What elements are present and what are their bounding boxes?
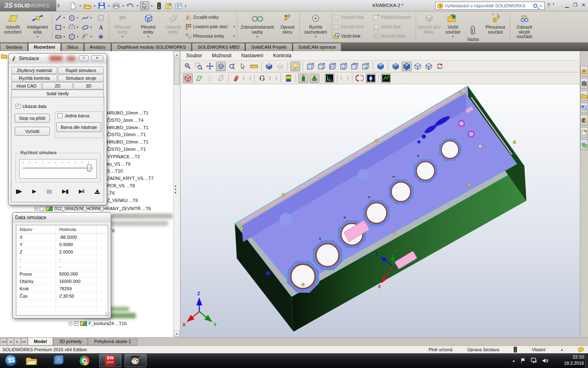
display-relations-button[interactable]: Zobrazit/odstranit vazby▾ — [238, 12, 276, 42]
minimize-button[interactable]: ▁ — [565, 2, 569, 8]
fillet-tool[interactable]: ▾ — [80, 32, 94, 41]
tree-item-label[interactable]: ČISTO_3mm ...T4 — [107, 118, 143, 123]
stop-na-pristi-button[interactable]: Stop na přiští — [15, 114, 50, 123]
command-tab[interactable]: SolidCAM operace — [293, 43, 342, 51]
command-tab[interactable]: Sestava — [0, 43, 28, 51]
bottom-tab[interactable]: Pohybová studie 1 — [88, 338, 137, 346]
tree-item-row[interactable]: + HRUBO_10mm ...T1 — [107, 110, 148, 116]
view-orientation-top-icon[interactable] — [350, 62, 359, 71]
tree-checkbox[interactable] — [74, 321, 78, 326]
tree-item-label[interactable]: 012_SRAZENI_HORNI_HRANY_ZEVNITŘ ...T6 — [54, 206, 151, 211]
save-button[interactable] — [97, 1, 106, 10]
scroll-up-icon[interactable]: ▲ — [174, 52, 180, 58]
traffic-light-icon[interactable] — [154, 1, 163, 10]
tree-item-label[interactable]: F_kontura24 ...T10 — [89, 321, 127, 326]
tree-item-row[interactable]: + S ...T10 — [107, 168, 123, 174]
config-expand-icon[interactable]: ▲ — [560, 348, 564, 352]
slot-tool[interactable]: ▾ — [53, 32, 67, 41]
show-data-checkbox-box[interactable] — [16, 104, 20, 109]
sim-show-tool-icon[interactable] — [231, 74, 241, 83]
zoom-area-icon[interactable] — [194, 62, 204, 71]
tree-item-label[interactable]: ZADNI_KRYT_VS ...T7 — [107, 176, 154, 181]
tree-item-label[interactable]: VYPINACE ...T2 — [107, 154, 140, 159]
command-tab[interactable]: SolidCAM Projekt — [245, 43, 292, 51]
simulace-dialog-titlebar[interactable]: Simulace ? ✕ — [9, 54, 107, 63]
insert-component-button[interactable]: Vložit součást▾ — [442, 12, 464, 42]
tree-item-row[interactable]: + Z_VENKU ...T6 — [107, 197, 138, 204]
pan-icon[interactable] — [205, 62, 215, 71]
measure-icon[interactable] — [249, 62, 259, 71]
circle-tool[interactable]: ▾ — [67, 13, 80, 22]
view-orientation-right-icon[interactable] — [339, 62, 348, 71]
properties-button[interactable] — [164, 1, 173, 10]
mirror-entities-button[interactable]: Zrcadlit entity — [185, 13, 236, 21]
tree-item-label[interactable]: Z_VENKU ...T6 — [107, 198, 138, 203]
open-button[interactable] — [83, 1, 92, 10]
tab-3d[interactable]: 3D — [74, 82, 104, 90]
tab-simulace-stroje[interactable]: Simulace stroje — [58, 74, 104, 82]
sim-fixture-icon[interactable] — [216, 74, 226, 83]
file-explorer-icon[interactable] — [580, 90, 588, 101]
tree-scrollbar[interactable]: ▲ ◂◂◂ ▼ — [173, 51, 180, 337]
turbo-mode-icon[interactable] — [366, 74, 376, 83]
display-style-shaded-edges-icon[interactable] — [402, 62, 412, 71]
trim-entities-button[interactable]: Oříznout entity▾ — [110, 12, 135, 42]
scroll-down-icon[interactable]: ▼ — [174, 331, 180, 337]
close-button[interactable]: ✕ — [581, 2, 586, 8]
command-tab[interactable]: Skica — [61, 43, 84, 51]
tree-checkbox[interactable] — [40, 206, 44, 211]
tree-item-row[interactable]: + ..T6 — [107, 190, 115, 196]
tree-item-row[interactable]: + PCB_VS ...T8 — [107, 182, 135, 189]
move-entities-button[interactable]: Přesunout entity▾ — [185, 32, 236, 40]
options-button[interactable] — [174, 1, 183, 10]
jedna-barva-checkbox-box[interactable] — [58, 113, 62, 118]
stop-eject-button[interactable]: ▲ — [95, 188, 100, 194]
action-center-flag-icon[interactable] — [520, 358, 526, 364]
configuration-name[interactable]: Vlastní — [532, 347, 546, 352]
command-tab[interactable]: Rozvržení — [28, 43, 61, 51]
tree-item-label[interactable]: PCB_VS ...T8 — [107, 183, 135, 188]
menu-item[interactable]: Soubor — [186, 53, 202, 58]
text-tool[interactable]: A — [94, 22, 107, 32]
panel-splitter-arrows-icon[interactable]: ◂◂◂ — [174, 184, 176, 194]
help-caret-icon[interactable]: ▾ — [552, 2, 555, 8]
move-component-button[interactable]: Přesunout součást — [482, 12, 509, 42]
section-view-icon[interactable] — [264, 62, 274, 71]
media-player-taskbar-icon[interactable] — [52, 355, 65, 366]
tray-expand-icon[interactable]: ▲ — [512, 359, 515, 363]
display-style-wireframe-icon[interactable] — [424, 62, 434, 71]
ellipse-tool[interactable]: ▾ — [80, 22, 94, 32]
tree-item-row[interactable]: + F_kontura24 ...T10 — [69, 320, 127, 327]
sim-turbo-prev-icon[interactable] — [355, 74, 365, 83]
bottom-tab[interactable]: Model — [28, 338, 53, 346]
tree-item-row[interactable]: + HRUBO_10mm ...T1 — [107, 124, 148, 131]
view-palette-icon[interactable] — [580, 103, 588, 113]
custom-properties-icon[interactable] — [580, 127, 588, 138]
options-caret-icon[interactable]: ▾ — [184, 4, 187, 8]
tab-zbytkovy-material[interactable]: Zbytkový materiál — [11, 67, 57, 74]
tree-item-label[interactable]: ČISTO_10mm ...T1 — [107, 147, 146, 152]
light-toggle-icon[interactable] — [290, 62, 300, 71]
volume-icon[interactable] — [542, 358, 549, 364]
tab-scroll-next-icon[interactable]: ▶ — [14, 338, 21, 346]
tree-item-row[interactable]: + HRUBO_10mm ...T1 — [107, 139, 148, 145]
polygon-tool[interactable]: ▾ — [67, 32, 80, 41]
analysis-mode-icon[interactable] — [381, 74, 391, 83]
sim-target-icon[interactable] — [194, 74, 204, 83]
line-tool[interactable]: ▾ — [53, 13, 67, 22]
view-orientation-bottom-icon[interactable] — [361, 62, 370, 71]
dialog-close-button[interactable]: ✕ — [91, 55, 103, 61]
show-desktop-button[interactable] — [585, 353, 588, 368]
selection-box-tool[interactable] — [94, 13, 107, 22]
tab-scroll-last-icon[interactable]: ▶▶ — [21, 338, 28, 346]
make-part-from-block-button[interactable]: Vytvořit díl z bloku — [417, 12, 441, 42]
tree-item-label[interactable]: HRUBO_10mm ...T1 — [107, 110, 148, 115]
sim-compare-disabled-icon[interactable] — [268, 74, 278, 83]
tab-scroll-prev-icon[interactable]: ◀ — [7, 338, 14, 346]
new-caret-icon[interactable]: ▾ — [78, 4, 82, 8]
play-button[interactable]: ▶ — [32, 188, 36, 194]
tree-expand-icon[interactable]: + — [34, 207, 38, 211]
refresh-view-icon[interactable] — [435, 62, 445, 71]
single-step-button[interactable]: ▮▶ — [16, 188, 22, 194]
mate-button[interactable]: Vazba — [465, 12, 481, 42]
